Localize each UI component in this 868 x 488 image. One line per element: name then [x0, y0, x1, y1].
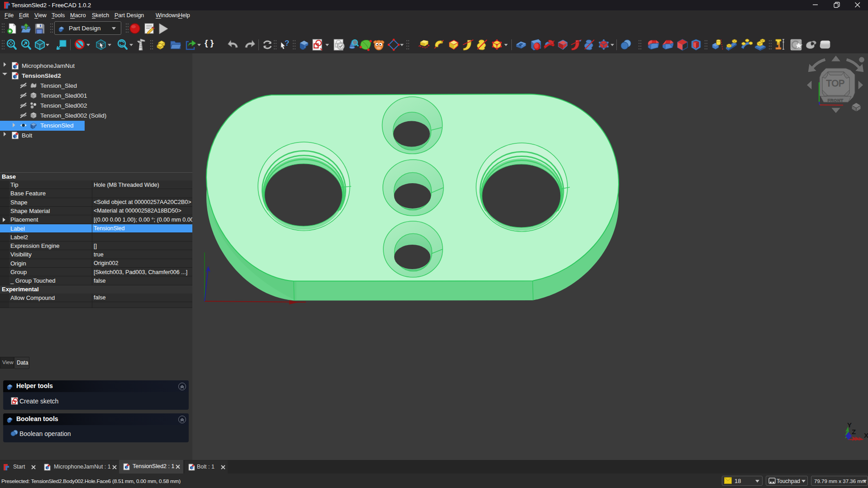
svg-text:FRONT: FRONT	[827, 98, 843, 103]
svg-text:TOP: TOP	[826, 78, 845, 88]
svg-text:X: X	[864, 431, 868, 439]
svg-text:Y: Y	[847, 421, 852, 429]
svg-text:Z: Z	[852, 428, 856, 436]
